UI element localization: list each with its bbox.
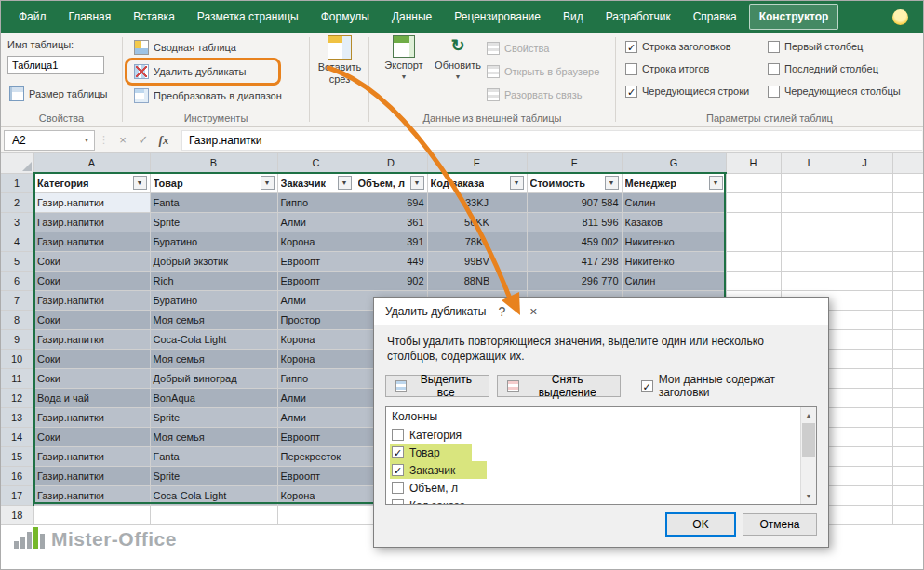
- cell-C2[interactable]: Гиппо: [277, 192, 355, 212]
- cell-B7[interactable]: Буратино: [150, 290, 277, 310]
- cell-empty[interactable]: [837, 173, 892, 192]
- cell-D3[interactable]: 361: [355, 212, 427, 232]
- cell-E2[interactable]: 33KJ: [427, 192, 527, 212]
- name-box[interactable]: A2 ▼: [4, 130, 95, 151]
- cell-C14[interactable]: Евроопт: [277, 427, 355, 446]
- cell-A3[interactable]: Газир.напитки: [33, 212, 150, 232]
- style-option-0[interactable]: ✓Строка заголовков: [625, 35, 749, 58]
- cell-E5[interactable]: 99BV: [427, 251, 527, 271]
- column-option-0[interactable]: Категория: [390, 426, 493, 444]
- ribbon-tab-9[interactable]: Справка: [683, 4, 747, 30]
- formula-input[interactable]: Газир.напитки: [181, 130, 922, 151]
- cell-empty[interactable]: [837, 388, 892, 407]
- cell-G5[interactable]: Никитенко: [622, 251, 726, 271]
- cell-B9[interactable]: Coca-Cola Light: [150, 329, 277, 349]
- cell-B12[interactable]: BonAqua: [150, 388, 277, 407]
- cell-empty[interactable]: [726, 192, 781, 212]
- ribbon-tab-3[interactable]: Разметка страницы: [187, 4, 309, 30]
- cell-empty[interactable]: [277, 505, 355, 524]
- cell-empty[interactable]: [781, 232, 837, 251]
- row-header-15[interactable]: 15: [1, 446, 33, 466]
- cell-A11[interactable]: Соки: [33, 368, 150, 388]
- cell-empty[interactable]: [837, 329, 892, 349]
- ribbon-tab-8[interactable]: Разработчик: [596, 4, 681, 30]
- ribbon-tab-10[interactable]: Конструктор: [749, 4, 839, 30]
- header-cell-A1[interactable]: Категория▼: [33, 173, 150, 192]
- ribbon-tab-4[interactable]: Формулы: [311, 4, 380, 30]
- cell-D6[interactable]: 902: [355, 271, 427, 290]
- row-header-18[interactable]: 18: [1, 505, 33, 524]
- cell-C9[interactable]: Корона: [277, 329, 355, 349]
- column-header-C[interactable]: C: [277, 153, 355, 173]
- cell-C11[interactable]: Гиппо: [277, 368, 355, 388]
- dialog-close-button[interactable]: ×: [517, 298, 549, 325]
- header-cell-F1[interactable]: Стоимость▼: [527, 173, 622, 192]
- cell-empty[interactable]: [837, 212, 892, 232]
- style-option-1[interactable]: Строка итогов: [625, 58, 749, 80]
- cell-B11[interactable]: Добрый виноград: [150, 368, 277, 388]
- cell-empty[interactable]: [892, 232, 923, 251]
- cell-empty[interactable]: [781, 212, 837, 232]
- column-option-2[interactable]: ✓Заказчик: [390, 461, 487, 479]
- filter-button[interactable]: ▼: [261, 176, 275, 190]
- ribbon-tab-2[interactable]: Вставка: [123, 4, 185, 30]
- insert-slicer-button[interactable]: Вставить срез: [313, 35, 367, 110]
- ribbon-tab-7[interactable]: Вид: [553, 4, 594, 30]
- cell-E3[interactable]: 56KK: [427, 212, 527, 232]
- cell-empty[interactable]: [781, 173, 837, 192]
- cell-empty[interactable]: [726, 251, 781, 271]
- cell-F4[interactable]: 459 002: [527, 232, 622, 251]
- cell-D5[interactable]: 449: [355, 251, 427, 271]
- cell-empty[interactable]: [892, 349, 923, 368]
- header-cell-D1[interactable]: Объем, л▼: [355, 173, 427, 192]
- row-header-2[interactable]: 2: [1, 192, 33, 212]
- cell-A8[interactable]: Соки: [33, 310, 150, 329]
- cell-A10[interactable]: Соки: [33, 349, 150, 368]
- cell-F6[interactable]: 296 770: [527, 271, 622, 290]
- cell-G4[interactable]: Никитенко: [622, 232, 726, 251]
- ribbon-tab-0[interactable]: Файл: [8, 4, 57, 30]
- column-option-1[interactable]: ✓Товар: [390, 444, 472, 461]
- scroll-up-arrow[interactable]: ▲: [801, 407, 816, 423]
- cell-A4[interactable]: Газир.напитки: [33, 232, 150, 251]
- column-header-H[interactable]: H: [726, 153, 781, 173]
- row-header-12[interactable]: 12: [1, 388, 33, 407]
- cell-C15[interactable]: Перекресток: [277, 446, 355, 466]
- column-header-G[interactable]: G: [622, 153, 726, 173]
- cell-empty[interactable]: [837, 232, 892, 251]
- cell-B15[interactable]: Fanta: [150, 446, 277, 466]
- scrollbar[interactable]: ▲ ▼: [800, 407, 816, 504]
- cell-empty[interactable]: [837, 368, 892, 388]
- header-cell-B1[interactable]: Товар▼: [150, 173, 277, 192]
- cell-F2[interactable]: 907 584: [527, 192, 622, 212]
- header-cell-G1[interactable]: Менеджер▼: [622, 173, 726, 192]
- cell-B5[interactable]: Добрый экзотик: [150, 251, 277, 271]
- filter-button[interactable]: ▼: [410, 176, 424, 190]
- row-header-11[interactable]: 11: [1, 368, 33, 388]
- cell-empty[interactable]: [837, 310, 892, 329]
- cell-F3[interactable]: 811 596: [527, 212, 622, 232]
- cell-empty[interactable]: [837, 446, 892, 466]
- cell-empty[interactable]: [837, 407, 892, 427]
- cell-B6[interactable]: Rich: [150, 271, 277, 290]
- cell-C17[interactable]: Корона: [277, 485, 355, 505]
- cell-empty[interactable]: [781, 251, 837, 271]
- cell-B4[interactable]: Буратино: [150, 232, 277, 251]
- cell-A12[interactable]: Вода и чай: [33, 388, 150, 407]
- cell-E6[interactable]: 88NB: [427, 271, 527, 290]
- cell-D2[interactable]: 694: [355, 192, 427, 212]
- select-all-corner[interactable]: [1, 153, 33, 173]
- cell-A5[interactable]: Соки: [33, 251, 150, 271]
- filter-button[interactable]: ▼: [605, 176, 619, 190]
- row-header-5[interactable]: 5: [1, 251, 33, 271]
- cell-empty[interactable]: [892, 329, 923, 349]
- remove-duplicates-button[interactable]: Удалить дубликаты: [130, 60, 249, 83]
- unselect-all-button[interactable]: Снять выделение: [497, 375, 620, 397]
- cancel-button[interactable]: Отмена: [743, 513, 817, 536]
- scroll-down-arrow[interactable]: ▼: [801, 488, 816, 504]
- cell-empty[interactable]: [837, 271, 892, 290]
- column-header-A[interactable]: A: [33, 153, 150, 173]
- cell-C13[interactable]: Алми: [277, 407, 355, 427]
- cell-empty[interactable]: [892, 173, 923, 192]
- cancel-entry-icon[interactable]: ×: [113, 133, 133, 147]
